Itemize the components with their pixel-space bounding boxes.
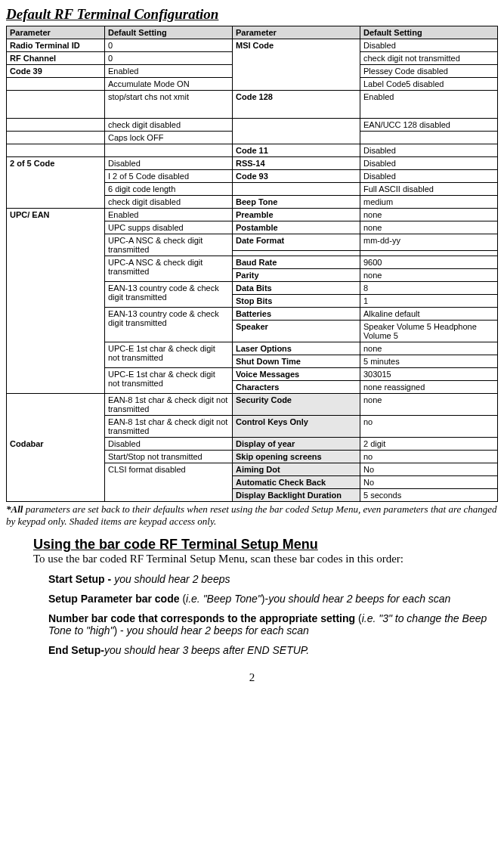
lbl-rf-channel: RF Channel bbox=[10, 54, 56, 63]
val-upc-9: EAN-8 1st char & check digit not transmi… bbox=[105, 394, 233, 416]
step2-italic2: you should hear 2 beeps for each scan bbox=[268, 593, 450, 605]
step2-bold: Setup Parameter bar code bbox=[48, 593, 182, 605]
lbl-characters: Characters bbox=[236, 382, 279, 392]
val-characters: none reassigned bbox=[360, 381, 498, 394]
step1-bold: Start Setup - bbox=[48, 573, 114, 585]
hdr-default1: Default Setting bbox=[105, 26, 233, 39]
val-upc-2: UPC supps disabled bbox=[105, 221, 233, 234]
val-shutdown: 5 minutes bbox=[360, 355, 498, 368]
lbl-2of5: 2 of 5 Code bbox=[10, 159, 54, 168]
val-aiming: No bbox=[360, 463, 498, 476]
val-upc-4: UPC-A NSC & check digit transmitted bbox=[105, 256, 233, 282]
footnote-lead: *All bbox=[6, 503, 23, 515]
page-title: Default RF Terminal Configuration bbox=[6, 6, 498, 23]
header-row: Parameter Default Setting Parameter Defa… bbox=[7, 26, 498, 39]
val-speaker: Speaker Volume 5 Headphone Volume 5 bbox=[360, 321, 498, 342]
val-rf-channel: 0 bbox=[105, 52, 233, 65]
config-table: Parameter Default Setting Parameter Defa… bbox=[6, 26, 498, 438]
lbl-batteries: Batteries bbox=[236, 309, 271, 318]
page-number: 2 bbox=[6, 671, 498, 684]
val-code39: Enabled bbox=[105, 65, 233, 78]
val-databits: 8 bbox=[360, 282, 498, 295]
lbl-code128: Code 128 bbox=[236, 92, 273, 101]
val-upc-10: EAN-8 1st char & check digit not transmi… bbox=[105, 416, 233, 438]
lbl-radio-terminal-id: Radio Terminal ID bbox=[10, 41, 80, 50]
lbl-speaker: Speaker bbox=[236, 322, 268, 331]
lbl-beep: Beep Tone bbox=[236, 197, 277, 206]
step2-italic1: i.e. "Beep Tone" bbox=[186, 593, 261, 605]
lbl-code39: Code 39 bbox=[10, 67, 42, 76]
lbl-parity: Parity bbox=[236, 271, 259, 280]
lbl-stopbits: Stop Bits bbox=[236, 296, 272, 305]
val-msi-1: Disabled bbox=[360, 39, 498, 52]
lbl-laser: Laser Options bbox=[236, 344, 292, 353]
lbl-upc-ean: UPC/ EAN bbox=[10, 210, 50, 219]
lbl-dispyear: Display of year bbox=[236, 439, 295, 448]
val-2of5-4: check digit disabled bbox=[105, 196, 233, 209]
val-upc-8: UPC-E 1st char & check digit not transmi… bbox=[105, 368, 233, 394]
val-upc-5: EAN-13 country code & check digit transm… bbox=[105, 282, 233, 308]
val-upc-6: EAN-13 country code & check digit transm… bbox=[105, 308, 233, 342]
val-radio-terminal-id: 0 bbox=[105, 39, 233, 52]
val-upc-7: UPC-E 1st char & check digit not transmi… bbox=[105, 342, 233, 368]
lbl-baud: Baud Rate bbox=[236, 258, 277, 267]
val-accumulate: Accumulate Mode ON bbox=[105, 78, 233, 91]
val-msi-4: Label Code5 disabled bbox=[360, 78, 498, 91]
val-2of5-1: Disabled bbox=[105, 157, 233, 170]
val-parity: none bbox=[360, 269, 498, 282]
lbl-rss14: RSS-14 bbox=[236, 159, 265, 168]
val-msi-2: check digit not transmitted bbox=[360, 52, 498, 65]
lbl-codabar2: Codabar bbox=[10, 439, 44, 448]
lbl-voice: Voice Messages bbox=[236, 370, 299, 379]
lbl-aiming: Aiming Dot bbox=[236, 465, 280, 474]
val-autocheck: No bbox=[360, 476, 498, 489]
hdr-param1: Parameter bbox=[7, 26, 105, 39]
step3-italic2: you should hear 2 beeps for each scan bbox=[127, 624, 309, 636]
val-code11: Disabled bbox=[360, 144, 498, 157]
val-skip: no bbox=[360, 451, 498, 463]
lbl-date: Date Format bbox=[236, 236, 284, 245]
val-stopstart: stop/start chs not xmit bbox=[105, 91, 233, 119]
val-upc-1: Enabled bbox=[105, 209, 233, 221]
val-ctrlkeys: no bbox=[360, 416, 498, 438]
footnote: *All parameters are set back to their de… bbox=[6, 503, 498, 528]
step3-bold: Number bar code that corresponds to the … bbox=[48, 612, 358, 624]
hdr-default2: Default Setting bbox=[360, 26, 498, 39]
lbl-ctrlkeys: Control Keys Only bbox=[236, 417, 308, 426]
step2-paren-close: )- bbox=[261, 593, 268, 605]
lbl-shutdown: Shut Down Time bbox=[236, 357, 301, 366]
section2-title: Using the bar code RF Terminal Setup Men… bbox=[33, 537, 490, 553]
val-checkdigit-dis: check digit disabled bbox=[105, 119, 233, 132]
lbl-databits: Data Bits bbox=[236, 283, 272, 293]
val-upc-3: UPC-A NSC & check digit transmitted bbox=[105, 234, 233, 256]
lbl-code11: Code 11 bbox=[236, 146, 268, 155]
section2-intro: To use the bar coded RF Terminal Setup M… bbox=[33, 553, 490, 565]
val-capslock: Caps lock OFF bbox=[105, 132, 233, 144]
val-beep: medium bbox=[360, 196, 498, 209]
val-codabar-1: Disabled bbox=[105, 438, 233, 451]
lbl-backlight: Display Backlight Duration bbox=[236, 491, 342, 500]
val-baud: 9600 bbox=[360, 256, 498, 269]
val-code93-2: Full ASCII disabled bbox=[360, 183, 498, 196]
val-rss14: Disabled bbox=[360, 157, 498, 170]
val-codabar-3: CLSI format disabled bbox=[105, 463, 233, 502]
val-voice: 303015 bbox=[360, 368, 498, 381]
val-code128-1: Enabled bbox=[360, 91, 498, 119]
step4-italic: you should hear 3 beeps after END SETUP. bbox=[104, 644, 309, 656]
val-postamble: none bbox=[360, 221, 498, 234]
val-security: none bbox=[360, 394, 498, 416]
val-preamble: none bbox=[360, 209, 498, 221]
step4-bold: End Setup- bbox=[48, 644, 104, 656]
lbl-code93: Code 93 bbox=[236, 172, 268, 181]
config-table-cont: Codabar Disabled Display of year 2 digit… bbox=[6, 437, 498, 502]
lbl-skip: Skip opening screens bbox=[236, 452, 322, 461]
val-code93-1: Disabled bbox=[360, 170, 498, 183]
step1-italic: you should hear 2 beeps bbox=[114, 573, 230, 585]
val-laser: none bbox=[360, 342, 498, 355]
hdr-param2: Parameter bbox=[233, 26, 360, 39]
lbl-msi: MSI Code bbox=[236, 41, 274, 50]
steps-list: Start Setup - you should hear 2 beeps Se… bbox=[48, 573, 498, 656]
lbl-autocheck: Automatic Check Back bbox=[236, 478, 326, 487]
val-codabar-2: Start/Stop not transmitted bbox=[105, 451, 233, 463]
val-code128-2: EAN/UCC 128 disabled bbox=[360, 119, 498, 132]
